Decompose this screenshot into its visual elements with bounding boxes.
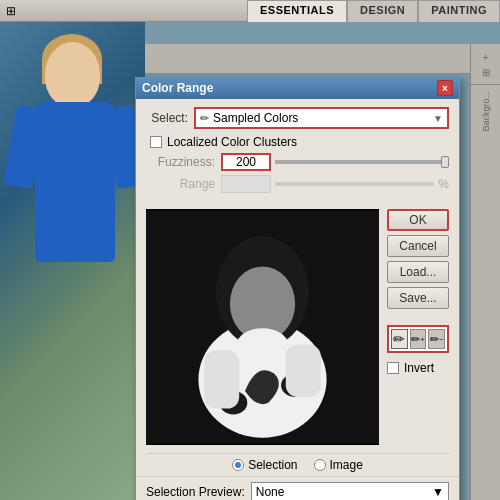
range-input [221, 175, 271, 193]
fuzziness-slider-container [275, 160, 449, 164]
eyedropper-tools-row: ✏ ✏+ ✏− [387, 325, 449, 353]
preview-select-arrow-icon: ▼ [432, 485, 444, 499]
radio-image-label: Image [330, 458, 363, 472]
top-bar-left: ⊞ [6, 4, 16, 18]
eyedropper-icon-small: ✏ [200, 112, 209, 125]
panel-divider [471, 84, 500, 85]
fuzziness-slider-thumb[interactable] [441, 156, 449, 168]
select-row: Select: ✏ Sampled Colors ▼ [146, 107, 449, 129]
dialog-titlebar: Color Range × [136, 77, 459, 99]
select-dropdown[interactable]: ✏ Sampled Colors ▼ [194, 107, 449, 129]
fuzziness-row: Fuzziness: [150, 153, 449, 171]
panel-label-background: Backgro... [481, 91, 491, 132]
select-value: Sampled Colors [213, 111, 298, 125]
fuzziness-label: Fuzziness: [150, 155, 215, 169]
ok-button[interactable]: OK [387, 209, 449, 231]
nav-tabs-container: ESSENTIALS DESIGN PAINTING [247, 0, 500, 22]
right-panel: + ⊞ Backgro... [470, 44, 500, 500]
preview-area [146, 209, 379, 445]
person-head [45, 42, 100, 107]
radio-selection[interactable]: Selection [232, 458, 297, 472]
panel-icon-2[interactable]: ⊞ [482, 67, 490, 78]
range-label: Range [150, 177, 215, 191]
tab-essentials[interactable]: ESSENTIALS [247, 0, 347, 22]
buttons-column: OK Cancel Load... Save... ✏ ✏+ ✏− Invert [387, 209, 449, 445]
person-figure [10, 42, 140, 402]
eyedropper-add-tool[interactable]: ✏+ [410, 329, 427, 349]
svg-rect-8 [286, 344, 321, 396]
person-body [35, 102, 115, 262]
color-range-dialog: Color Range × Select: ✏ Sampled Colors ▼… [135, 77, 460, 500]
photo-background [0, 22, 145, 500]
radio-row: Selection Image [146, 453, 449, 476]
load-button[interactable]: Load... [387, 261, 449, 283]
tab-painting[interactable]: PAINTING [418, 0, 500, 22]
invert-label: Invert [404, 361, 434, 375]
range-unit: % [438, 177, 449, 191]
select-dropdown-text: ✏ Sampled Colors [200, 111, 298, 125]
fuzziness-input[interactable] [221, 153, 271, 171]
eyedropper-normal-tool[interactable]: ✏ [391, 329, 408, 349]
invert-checkbox[interactable] [387, 362, 399, 374]
localized-checkbox[interactable] [150, 136, 162, 148]
range-row: Range % [150, 175, 449, 193]
svg-rect-7 [204, 350, 239, 408]
panel-icon-1[interactable]: + [483, 52, 489, 63]
select-arrow-icon: ▼ [433, 113, 443, 124]
background-area: ◄ ► ⊞ ▼ + ⊞ Backgro... Color Range × [0, 22, 500, 500]
selection-preview-row: Selection Preview: None ▼ [136, 476, 459, 500]
dialog-main: OK Cancel Load... Save... ✏ ✏+ ✏− Invert [136, 209, 459, 453]
select-label: Select: [146, 111, 188, 125]
radio-image[interactable]: Image [314, 458, 363, 472]
radio-image-circle [314, 459, 326, 471]
range-slider [275, 182, 434, 186]
eyedropper-subtract-tool[interactable]: ✏− [428, 329, 445, 349]
radio-selection-circle [232, 459, 244, 471]
dialog-body: Select: ✏ Sampled Colors ▼ Localized Col… [136, 99, 459, 209]
invert-row: Invert [387, 361, 449, 375]
cancel-button[interactable]: Cancel [387, 235, 449, 257]
save-button[interactable]: Save... [387, 287, 449, 309]
localized-checkbox-row: Localized Color Clusters [150, 135, 449, 149]
localized-label: Localized Color Clusters [167, 135, 297, 149]
tab-design[interactable]: DESIGN [347, 0, 418, 22]
preview-select-value: None [256, 485, 285, 499]
svg-point-4 [237, 328, 288, 361]
fuzziness-slider[interactable] [275, 160, 449, 164]
dialog-title: Color Range [142, 81, 213, 95]
app-icon: ⊞ [6, 4, 16, 18]
preview-select-dropdown[interactable]: None ▼ [251, 482, 449, 500]
dialog-close-button[interactable]: × [437, 80, 453, 96]
preview-image [146, 209, 379, 445]
preview-row-label: Selection Preview: [146, 485, 245, 499]
radio-selection-label: Selection [248, 458, 297, 472]
